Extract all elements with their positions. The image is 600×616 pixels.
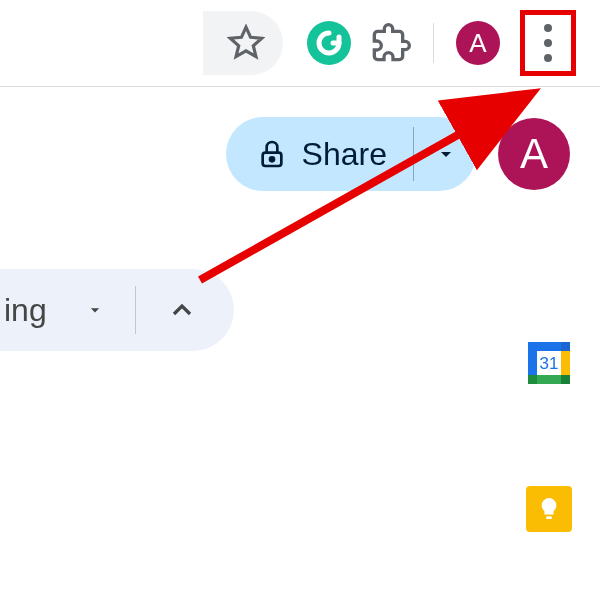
collapse-chevron-up-icon[interactable] <box>166 294 198 326</box>
side-panel: 31 <box>526 340 572 532</box>
toolbar-right-group: ing <box>0 269 600 351</box>
editing-mode-label-fragment: ing <box>0 292 47 329</box>
share-pill-separator <box>413 127 414 181</box>
keep-icon[interactable] <box>526 486 572 532</box>
annotation-highlight-box <box>520 10 576 76</box>
bookmark-star-icon[interactable] <box>227 24 265 62</box>
toolbar-separator <box>433 23 434 63</box>
address-bar-end <box>203 11 283 75</box>
browser-toolbar: A <box>0 0 600 86</box>
svg-rect-9 <box>528 375 537 384</box>
svg-rect-11 <box>546 516 552 519</box>
editing-mode-dropdown-icon[interactable] <box>85 300 105 320</box>
svg-text:31: 31 <box>540 354 559 373</box>
share-button-label: Share <box>302 136 387 173</box>
lock-icon <box>256 138 288 170</box>
share-button[interactable]: Share <box>226 117 476 191</box>
editing-mode-pill: ing <box>0 269 234 351</box>
grammarly-extension-icon[interactable] <box>307 21 351 65</box>
chrome-more-menu-icon[interactable] <box>544 24 552 62</box>
account-avatar-large[interactable]: A <box>498 118 570 190</box>
profile-avatar-small[interactable]: A <box>456 21 500 65</box>
share-dropdown-caret-icon[interactable] <box>434 142 458 166</box>
editing-pill-separator <box>135 286 136 334</box>
svg-rect-7 <box>561 375 570 384</box>
calendar-icon[interactable]: 31 <box>526 340 572 386</box>
extensions-puzzle-icon[interactable] <box>371 23 411 63</box>
app-content-area: Share A ing <box>0 87 600 616</box>
svg-rect-8 <box>561 342 570 351</box>
doc-header-right: Share A <box>0 87 600 191</box>
svg-point-1 <box>270 157 274 161</box>
share-button-main[interactable]: Share <box>256 136 387 173</box>
